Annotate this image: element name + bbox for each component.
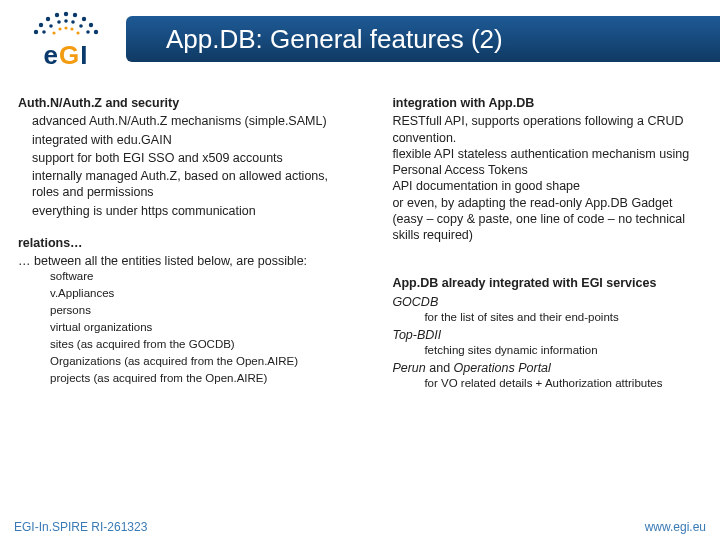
- relations-item: persons: [18, 303, 356, 318]
- svg-point-2: [46, 16, 50, 20]
- title-bar: App.DB: General features (2): [126, 16, 720, 62]
- integration-item: API documentation in good shape: [392, 178, 702, 194]
- service-sub: for VO related details + Authorization a…: [392, 376, 702, 391]
- svg-point-15: [86, 30, 90, 34]
- integration-section: integration with App.DB RESTfull API, su…: [392, 95, 702, 243]
- right-column: integration with App.DB RESTfull API, su…: [374, 95, 720, 510]
- slide-footer: EGI-In.SPIRE RI-261323 www.egi.eu: [0, 514, 720, 540]
- service-item: Top-BDII: [392, 327, 702, 343]
- svg-point-10: [49, 24, 53, 28]
- auth-item: advanced Auth.N/Auth.Z mechanisms (simpl…: [18, 113, 356, 129]
- svg-point-11: [57, 20, 61, 24]
- service-item: GOCDB: [392, 294, 702, 310]
- relations-item: Organizations (as acquired from the Open…: [18, 354, 356, 369]
- relations-item: sites (as acquired from the GOCDB): [18, 337, 356, 352]
- logo-text: eGI: [44, 40, 89, 71]
- svg-point-4: [64, 11, 68, 15]
- svg-point-8: [94, 29, 98, 33]
- slide-header: eGI App.DB: General features (2): [0, 0, 720, 78]
- footer-right: www.egi.eu: [645, 520, 706, 534]
- svg-point-16: [52, 31, 55, 34]
- relations-section: relations… … between all the entities li…: [18, 235, 356, 386]
- integration-item: flexible API stateless authentication me…: [392, 146, 702, 179]
- services-heading: App.DB already integrated with EGI servi…: [392, 275, 702, 291]
- text: Operations Portal: [454, 361, 551, 375]
- auth-item: internally managed Auth.Z, based on allo…: [18, 168, 356, 201]
- slide-content: Auth.N/Auth.Z and security advanced Auth…: [0, 95, 720, 510]
- service-sub: for the list of sites and their end-poin…: [392, 310, 702, 325]
- relations-item: v.Appliances: [18, 286, 356, 301]
- relations-item: virtual organizations: [18, 320, 356, 335]
- auth-item: integrated with edu.GAIN: [18, 132, 356, 148]
- svg-point-6: [82, 16, 86, 20]
- text: RESTfull API, supports operations follow…: [392, 114, 683, 144]
- text: GOCDB: [392, 295, 438, 309]
- svg-point-14: [79, 24, 83, 28]
- logo-arc-icon: [26, 8, 106, 38]
- footer-left: EGI-In.SPIRE RI-261323: [14, 520, 147, 534]
- auth-item: support for both EGI SSO and x509 accoun…: [18, 150, 356, 166]
- integration-item: RESTfull API, supports operations follow…: [392, 113, 702, 146]
- relations-item: projects (as acquired from the Open.AIRE…: [18, 371, 356, 386]
- auth-section: Auth.N/Auth.Z and security advanced Auth…: [18, 95, 356, 219]
- services-section: App.DB already integrated with EGI servi…: [392, 275, 702, 391]
- text: and: [426, 361, 454, 375]
- svg-point-3: [55, 12, 59, 16]
- relations-heading: relations…: [18, 235, 356, 251]
- relations-intro: … between all the entities listed below,…: [18, 253, 356, 269]
- svg-point-7: [89, 22, 93, 26]
- auth-item: everything is under https communication: [18, 203, 356, 219]
- integration-heading: integration with App.DB: [392, 95, 702, 111]
- svg-point-1: [39, 22, 43, 26]
- auth-heading: Auth.N/Auth.Z and security: [18, 95, 356, 111]
- text: Perun: [392, 361, 425, 375]
- svg-point-19: [70, 27, 73, 30]
- text: Top-BDII: [392, 328, 441, 342]
- svg-point-17: [58, 27, 61, 30]
- svg-point-5: [73, 12, 77, 16]
- service-item: Perun and Operations Portal: [392, 360, 702, 376]
- left-column: Auth.N/Auth.Z and security advanced Auth…: [0, 95, 374, 510]
- relations-item: software: [18, 269, 356, 284]
- integration-item: or even, by adapting the read-only App.D…: [392, 195, 702, 244]
- svg-point-9: [42, 30, 46, 34]
- svg-point-18: [64, 26, 67, 29]
- svg-point-12: [64, 19, 68, 23]
- service-sub: fetching sites dynamic information: [392, 343, 702, 358]
- egi-logo: eGI: [6, 4, 126, 74]
- svg-point-13: [71, 20, 75, 24]
- svg-point-20: [76, 31, 79, 34]
- slide-title: App.DB: General features (2): [166, 24, 503, 55]
- svg-point-0: [34, 29, 38, 33]
